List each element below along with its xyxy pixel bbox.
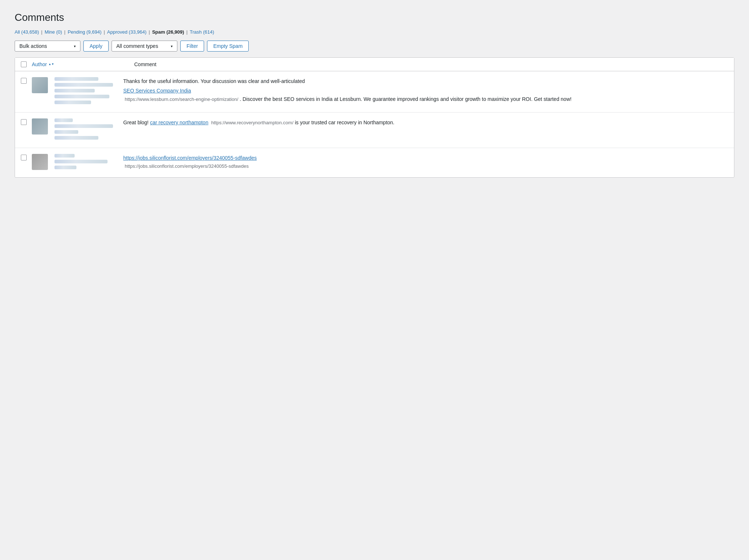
- toolbar: Bulk actions ▾ Apply All comment types ▾…: [15, 41, 734, 52]
- comment-url-3: https://jobs.siliconflorist.com/employer…: [125, 163, 249, 169]
- comment-types-chevron-icon: ▾: [171, 44, 173, 48]
- row-3-comment: https://jobs.siliconflorist.com/employer…: [123, 154, 728, 170]
- author-info: [54, 77, 113, 106]
- empty-spam-button[interactable]: Empty Spam: [207, 41, 249, 52]
- sep-3: |: [103, 29, 105, 35]
- row-3-checkbox[interactable]: [21, 155, 27, 160]
- blurred-line: [54, 83, 113, 87]
- comment-types-label: All comment types: [116, 43, 158, 49]
- row-checkbox-2: [21, 118, 32, 125]
- avatar: [32, 154, 48, 170]
- comment-link-block: SEO Services Company India https://www.l…: [123, 87, 728, 103]
- author-info: [54, 118, 113, 142]
- row-2-checkbox[interactable]: [21, 119, 27, 125]
- filter-link-trash[interactable]: Trash (614): [190, 29, 214, 35]
- blurred-line: [54, 136, 98, 140]
- author-sort-button[interactable]: Author ▲▼: [32, 61, 54, 67]
- row-checkbox-1: [21, 77, 32, 84]
- filter-link-mine[interactable]: Mine (0): [45, 29, 62, 35]
- sep-4: |: [149, 29, 150, 35]
- sep-1: |: [41, 29, 42, 35]
- comment-extra-2: is your trusted car recovery in Northamp…: [295, 120, 394, 125]
- comment-text-prefix-2: Great blog!: [123, 120, 150, 125]
- comment-types-dropdown[interactable]: All comment types ▾: [112, 41, 177, 52]
- bulk-actions-chevron-icon: ▾: [74, 44, 76, 48]
- avatar: [32, 77, 48, 93]
- table-row: Thanks for the useful information. Your …: [15, 71, 734, 113]
- row-2-comment: Great blog! car recovery northampton htt…: [123, 118, 728, 127]
- blurred-line: [54, 95, 109, 98]
- table-row: https://jobs.siliconflorist.com/employer…: [15, 148, 734, 177]
- table-header: Author ▲▼ Comment: [15, 58, 734, 71]
- blurred-line: [54, 101, 91, 104]
- blurred-line: [54, 160, 108, 163]
- blurred-line: [54, 118, 73, 122]
- filter-link-spam: Spam (26,909): [152, 29, 184, 35]
- sort-arrows-icon: ▲▼: [48, 63, 54, 66]
- blurred-line: [54, 130, 78, 134]
- page-title: Comments: [15, 12, 734, 23]
- blurred-line: [54, 77, 98, 81]
- filter-button[interactable]: Filter: [180, 41, 204, 52]
- row-checkbox-3: [21, 154, 32, 160]
- row-2-author: [32, 118, 123, 142]
- author-label: Author: [32, 61, 47, 67]
- filter-link-pending[interactable]: Pending (9,694): [68, 29, 102, 35]
- col-author-header: Author ▲▼: [32, 61, 134, 67]
- blurred-line: [54, 166, 76, 169]
- col-comment-header: Comment: [134, 61, 728, 67]
- author-info: [54, 154, 108, 171]
- comment-link-2[interactable]: car recovery northampton: [150, 120, 208, 125]
- sep-2: |: [64, 29, 65, 35]
- comment-link-1[interactable]: SEO Services Company India: [123, 88, 191, 94]
- comment-url-1: https://www.lessburn.com/search-engine-o…: [125, 97, 238, 102]
- sep-5: |: [186, 29, 187, 35]
- blurred-line: [54, 154, 75, 158]
- bulk-actions-dropdown[interactable]: Bulk actions ▾: [15, 41, 80, 52]
- apply-button[interactable]: Apply: [83, 41, 109, 52]
- filter-link-approved[interactable]: Approved (33,964): [107, 29, 147, 35]
- comment-extra-1: . Discover the best SEO services in Indi…: [240, 96, 572, 102]
- blurred-line: [54, 89, 95, 92]
- row-1-author: [32, 77, 123, 106]
- row-1-checkbox[interactable]: [21, 78, 27, 84]
- header-checkbox-area: [21, 61, 32, 67]
- comment-url-2: https://www.recoverynorthampton.com/: [211, 120, 294, 125]
- row-3-author: [32, 154, 123, 171]
- avatar: [32, 118, 48, 135]
- filter-links: All (43,658) | Mine (0) | Pending (9,694…: [15, 29, 734, 35]
- comment-link-3[interactable]: https://jobs.siliconflorist.com/employer…: [123, 155, 257, 161]
- comment-text: Thanks for the useful information. Your …: [123, 77, 728, 85]
- table-row: Great blog! car recovery northampton htt…: [15, 113, 734, 148]
- bulk-actions-label: Bulk actions: [19, 43, 47, 49]
- row-1-comment: Thanks for the useful information. Your …: [123, 77, 728, 103]
- select-all-checkbox[interactable]: [21, 61, 27, 67]
- filter-link-all[interactable]: All (43,658): [15, 29, 39, 35]
- blurred-line: [54, 124, 113, 128]
- comments-table: Author ▲▼ Comment Thanks for the: [15, 57, 734, 178]
